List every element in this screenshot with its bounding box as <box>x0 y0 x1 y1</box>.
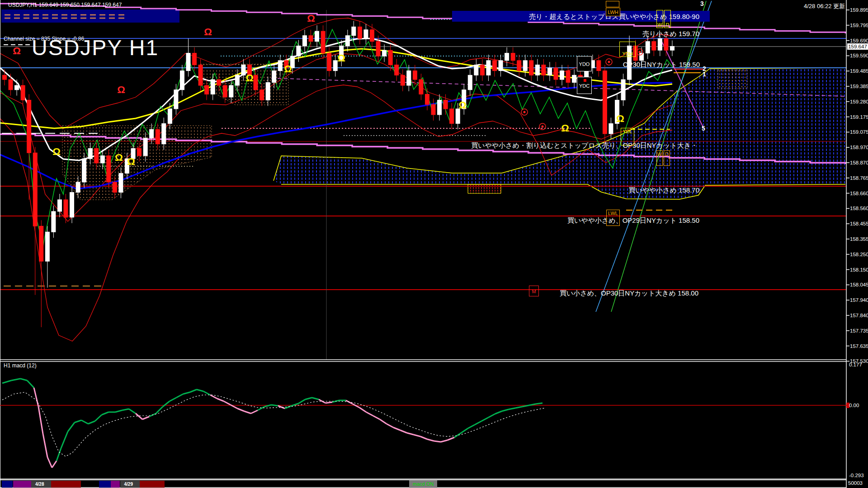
macd-toggle-button[interactable]: macd ON <box>409 480 437 488</box>
macd-line-segment <box>461 428 468 433</box>
alert-dot-icon <box>608 61 610 63</box>
macd-line-segment <box>393 427 400 430</box>
level-box-label: W <box>657 151 662 157</box>
macd-line-segment <box>88 421 95 424</box>
macd-axis-max: 0.177 <box>849 362 862 367</box>
macd-line-segment <box>197 389 203 391</box>
macd-line-segment <box>75 420 81 422</box>
trade-note-a6: 買いやや小さめ、OP29日NYカット 158.50 <box>567 216 699 225</box>
session-segment <box>51 481 81 488</box>
macd-axis-zero: 0.00 <box>849 403 859 408</box>
macd-line-segment <box>224 401 231 405</box>
price-tick-label: 159.895 <box>850 7 868 13</box>
macd-line-segment <box>468 425 475 428</box>
tick-volume-label: 50003 <box>848 480 863 486</box>
macd-line-segment <box>502 409 509 411</box>
macd-line-segment <box>407 433 414 435</box>
session-segment <box>99 481 111 488</box>
wave-count-label: 3 <box>700 0 704 7</box>
current-price-box: 159.647 <box>847 43 868 50</box>
buy-signal-icon: Ω <box>337 52 345 64</box>
macd-line-segment <box>427 439 434 441</box>
macd-line-segment <box>47 457 52 468</box>
level-box-label: LWH <box>606 9 620 15</box>
price-tick-label: 158.455 <box>850 221 868 226</box>
macd-line-segment <box>420 436 427 439</box>
macd-line-segment <box>278 406 285 408</box>
price-tick-label: 159.690 <box>850 38 868 43</box>
buy-signal-icon: Ω <box>561 122 569 134</box>
macd-line-segment <box>81 420 88 424</box>
level-box <box>606 1 619 7</box>
macd-line-segment <box>475 421 481 425</box>
level-box-lwh: LWH <box>606 8 620 16</box>
macd-line-segment <box>142 417 149 419</box>
level-box-ydo: YDO <box>577 56 592 71</box>
macd-axis-min: -0.293 <box>849 473 864 478</box>
sell-signal-icon: Ω <box>117 84 125 95</box>
level-box-label: YDH <box>620 51 635 56</box>
price-tick-label: 158.250 <box>850 252 868 257</box>
macd-line-segment <box>176 394 183 398</box>
macd-line-segment <box>441 440 448 442</box>
macd-line-segment <box>57 448 61 461</box>
macd-line-segment <box>244 411 251 413</box>
macd-line-segment <box>258 407 264 410</box>
bollinger-upper <box>0 18 672 129</box>
trade-note-a4: 買いやや小さめ・割り込むとストップロス売り、OP30日NYカット大き・ <box>471 141 698 150</box>
price-tick-label: 158.970 <box>850 145 868 150</box>
buy-signal-icon: Ω <box>127 156 135 167</box>
price-tick-label: 158.355 <box>850 236 868 242</box>
macd-line-segment <box>129 409 136 413</box>
price-tick-label: 159.485 <box>850 68 868 74</box>
macd-line-segment <box>251 410 258 413</box>
price-tick-label: 158.765 <box>850 175 868 181</box>
price-tick-label: 159.175 <box>850 114 868 120</box>
price-tick-label: 159.075 <box>850 129 868 135</box>
price-tick-label: 157.635 <box>850 343 868 349</box>
macd-indicator-label: H1 macd (12) <box>4 362 37 369</box>
macd-line-segment <box>27 380 34 388</box>
price-tick-label: 159.280 <box>850 99 868 104</box>
macd-line-segment <box>102 412 108 415</box>
price-tick-label: 159.590 <box>850 53 868 58</box>
trade-note-a5: 買いやや小さめ 158.70 <box>628 186 699 195</box>
date-label: 4/28 <box>35 482 44 487</box>
buy-signal-icon: Ω <box>284 63 292 75</box>
wave-count-label: 1 <box>703 70 706 78</box>
macd-line-segment <box>11 379 20 380</box>
alert-dot-icon <box>639 51 641 53</box>
macd-line-segment <box>359 408 366 412</box>
macd-line-segment <box>61 432 68 448</box>
macd-line-segment <box>95 415 102 421</box>
macd-line-segment <box>312 398 319 399</box>
macd-line-segment <box>414 435 420 436</box>
level-box-label: YDL <box>621 129 634 134</box>
macd-line-segment <box>387 424 393 427</box>
macd-line-segment <box>237 408 244 411</box>
level-box-w: W <box>656 150 663 166</box>
macd-line-segment <box>298 399 305 404</box>
level-box-label: YDC <box>577 83 591 89</box>
left-resistance-band <box>1 9 179 23</box>
macd-line-segment <box>434 441 441 442</box>
macd-line-segment <box>156 407 163 413</box>
price-tick-label: 158.870 <box>850 160 868 165</box>
macd-line-segment <box>326 402 332 403</box>
level-box-lwl: LWL <box>606 210 620 226</box>
macd-line-segment <box>38 407 43 434</box>
price-tick-label: 157.940 <box>850 297 868 303</box>
price-tick-label: 158.150 <box>850 267 868 272</box>
macd-line-segment <box>122 409 129 410</box>
level-box-d: D <box>664 10 671 28</box>
level-box-label: D <box>665 22 670 28</box>
price-tick-label: 159.385 <box>850 84 868 89</box>
price-chart-canvas[interactable]: ΩΩΩΩΩΩΩΩΩΩΩΩΩ3215 <box>0 0 868 488</box>
macd-line-segment <box>400 430 407 433</box>
macd-line-segment <box>2 380 11 383</box>
macd-line-segment <box>366 412 373 416</box>
last-update-timestamp: 4/28 06:22 更新 <box>804 2 845 10</box>
macd-line-segment <box>353 404 359 408</box>
level-box-label: D <box>664 151 670 157</box>
wave-count-label: 5 <box>702 125 705 132</box>
